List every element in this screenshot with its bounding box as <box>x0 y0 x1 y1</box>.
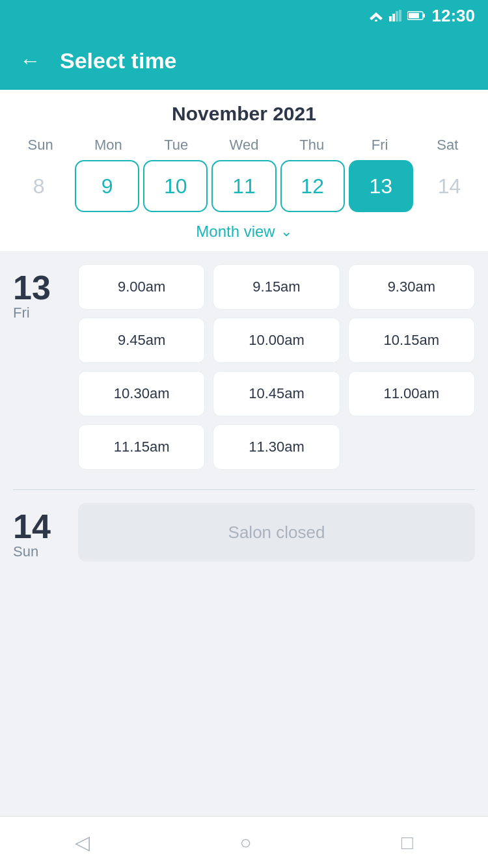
svg-rect-3 <box>392 14 395 21</box>
time-slot[interactable]: 10.45am <box>213 371 340 416</box>
month-view-toggle[interactable]: Month view ⌄ <box>0 212 488 245</box>
time-slot[interactable]: 10.30am <box>78 371 205 416</box>
divider <box>13 489 475 490</box>
time-slot[interactable]: 11.15am <box>78 424 205 470</box>
calendar-section: November 2021 SunMonTueWedThuFriSat 8910… <box>0 90 488 251</box>
time-slot[interactable]: 11.00am <box>348 371 475 416</box>
svg-rect-8 <box>409 13 419 18</box>
date-cell-11[interactable]: 11 <box>211 160 276 212</box>
back-nav-icon[interactable]: ◁ <box>75 831 90 854</box>
bottom-nav: ◁ ○ □ <box>0 816 488 868</box>
day-name-13: Fri <box>13 305 30 321</box>
day-name-14: Sun <box>13 543 38 560</box>
month-view-label: Month view <box>196 223 275 241</box>
week-day-label: Sun <box>7 137 74 154</box>
week-day-label: Fri <box>346 137 413 154</box>
day-number-14: 14 <box>13 509 51 543</box>
svg-rect-2 <box>389 16 392 21</box>
back-button[interactable]: ← <box>20 50 40 71</box>
week-day-label: Tue <box>142 137 210 154</box>
svg-rect-4 <box>396 11 398 21</box>
status-time: 12:30 <box>432 6 476 26</box>
wifi-icon <box>368 10 384 21</box>
status-icons <box>368 10 426 21</box>
month-year-label: November 2021 <box>0 103 488 125</box>
week-days-row: SunMonTueWedThuFriSat <box>0 137 488 154</box>
date-cell-9[interactable]: 9 <box>75 160 139 212</box>
date-cell-8[interactable]: 8 <box>7 160 71 212</box>
time-slot[interactable]: 11.30am <box>213 424 340 470</box>
svg-point-1 <box>375 20 377 21</box>
signal-icon <box>389 10 402 21</box>
time-slot[interactable]: 9.15am <box>213 264 340 310</box>
date-cell-14[interactable]: 14 <box>417 160 481 212</box>
week-day-label: Thu <box>278 137 346 154</box>
date-cell-13[interactable]: 13 <box>349 160 413 212</box>
week-dates-row: 891011121314 <box>0 160 488 212</box>
week-day-label: Sat <box>414 137 481 154</box>
status-bar: 12:30 <box>0 0 488 31</box>
time-section: 13 Fri 9.00am9.15am9.30am9.45am10.00am10… <box>0 251 488 816</box>
salon-closed-slot: Salon closed <box>78 503 475 562</box>
day-number-13: 13 <box>13 271 51 305</box>
time-slot[interactable]: 9.30am <box>348 264 475 310</box>
time-slot[interactable]: 10.15am <box>348 318 475 363</box>
home-nav-icon[interactable]: ○ <box>239 832 251 854</box>
time-slots-13: 9.00am9.15am9.30am9.45am10.00am10.15am10… <box>78 264 475 470</box>
chevron-down-icon: ⌄ <box>280 223 292 240</box>
week-day-label: Wed <box>210 137 278 154</box>
day-block-13: 13 Fri 9.00am9.15am9.30am9.45am10.00am10… <box>13 264 475 470</box>
svg-rect-7 <box>423 14 425 18</box>
time-slot[interactable]: 9.45am <box>78 318 205 363</box>
time-slot[interactable]: 9.00am <box>78 264 205 310</box>
date-cell-10[interactable]: 10 <box>143 160 208 212</box>
week-day-label: Mon <box>74 137 142 154</box>
day-label-14: 14 Sun <box>13 503 65 562</box>
page-title: Select time <box>60 48 177 74</box>
time-slot[interactable]: 10.00am <box>213 318 340 363</box>
day-label-13: 13 Fri <box>13 264 65 470</box>
app-header: ← Select time <box>0 31 488 90</box>
day-block-14: 14 Sun Salon closed <box>13 503 475 562</box>
svg-marker-0 <box>370 12 383 20</box>
battery-icon <box>407 10 426 21</box>
recent-nav-icon[interactable]: □ <box>401 832 413 854</box>
svg-rect-5 <box>399 10 401 21</box>
date-cell-12[interactable]: 12 <box>280 160 345 212</box>
